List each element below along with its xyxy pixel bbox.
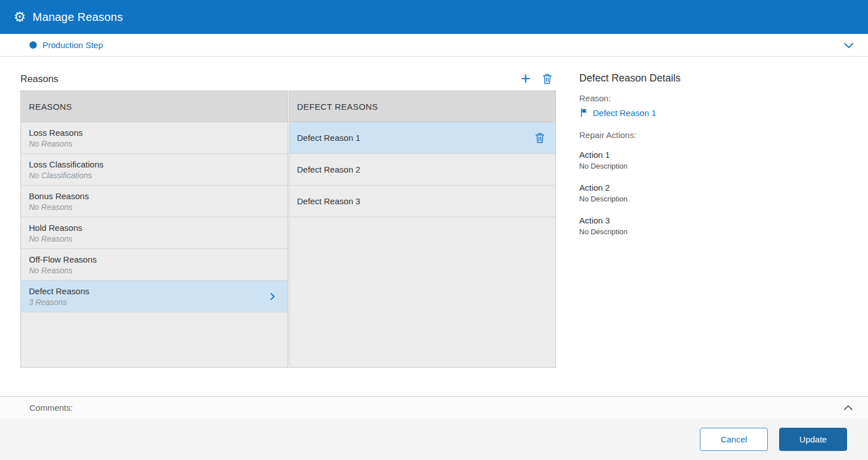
row-label: Bonus Reasons <box>29 191 280 201</box>
row-sublabel: No Reasons <box>29 234 280 243</box>
reason-category-row-bonus-reasons[interactable]: Bonus Reasons No Reasons <box>21 186 288 217</box>
action-description: No Description <box>579 227 845 236</box>
delete-reason-button[interactable] <box>542 73 553 85</box>
action-name: Action 1 <box>579 150 845 160</box>
gear-icon: ⚙ <box>14 10 26 24</box>
defect-reasons-column: DEFECT REASONS Defect Reason 1 Defect Re… <box>289 91 557 368</box>
reason-category-row-hold-reasons[interactable]: Hold Reasons No Reasons <box>21 217 288 249</box>
reason-field-label: Reason: <box>579 93 845 103</box>
column-filler <box>289 217 556 367</box>
selected-reason-label: Defect Reason 1 <box>593 108 656 118</box>
production-step[interactable]: Production Step <box>29 40 103 50</box>
selected-reason-link[interactable]: Defect Reason 1 <box>579 108 845 118</box>
column-filler <box>21 312 288 367</box>
row-label: Loss Reasons <box>29 128 280 137</box>
chevron-right-icon <box>267 291 277 302</box>
plus-icon: + <box>520 72 531 85</box>
main-content: Reasons + REASONS Loss Reasons No Reason… <box>0 57 868 396</box>
production-step-bar: Production Step <box>0 34 868 57</box>
app-header: ⚙ Manage Reasons <box>0 0 868 34</box>
defect-reason-row-3[interactable]: Defect Reason 3 <box>289 186 556 217</box>
row-label: Off-Flow Reasons <box>29 255 280 264</box>
row-label: Loss Classifications <box>29 160 280 169</box>
action-name: Action 2 <box>579 183 845 192</box>
action-name: Action 3 <box>579 216 845 225</box>
chevron-down-icon <box>842 38 856 52</box>
page-title: Manage Reasons <box>33 11 123 24</box>
cancel-button[interactable]: Cancel <box>700 428 768 451</box>
step-bullet-icon <box>29 41 37 49</box>
reasons-toolbar: Reasons + <box>20 72 556 85</box>
reason-category-row-defect-reasons[interactable]: Defect Reasons 3 Reasons <box>21 281 288 312</box>
row-sublabel: 3 Reasons <box>29 298 280 307</box>
defect-reason-details-panel: Defect Reason Details Reason: Defect Rea… <box>579 72 845 248</box>
update-button[interactable]: Update <box>779 428 847 451</box>
repair-action-2: Action 2 No Description <box>579 183 845 203</box>
row-label: Defect Reasons <box>29 286 280 296</box>
footer-action-bar: Cancel Update <box>0 419 868 460</box>
flag-icon <box>579 108 589 118</box>
action-description: No Description <box>579 162 845 170</box>
reason-category-row-loss-reasons[interactable]: Loss Reasons No Reasons <box>21 122 288 154</box>
comments-label: Comments: <box>29 403 73 412</box>
row-sublabel: No Classifications <box>29 171 280 180</box>
details-title: Defect Reason Details <box>579 72 845 84</box>
repair-action-3: Action 3 No Description <box>579 216 845 236</box>
repair-actions-label: Repair Actions: <box>579 130 845 140</box>
defect-reasons-column-header: DEFECT REASONS <box>289 91 556 122</box>
row-label: Defect Reason 2 <box>297 165 548 174</box>
row-sublabel: No Reasons <box>29 139 280 148</box>
trash-icon <box>535 132 545 144</box>
reasons-section-title: Reasons <box>20 74 58 85</box>
expand-step-button[interactable] <box>842 38 856 52</box>
defect-reason-row-2[interactable]: Defect Reason 2 <box>289 154 556 186</box>
repair-action-1: Action 1 No Description <box>579 150 845 170</box>
defect-reason-row-1[interactable]: Defect Reason 1 <box>289 122 556 154</box>
row-label: Defect Reason 1 <box>297 133 548 143</box>
row-label: Defect Reason 3 <box>297 196 548 206</box>
reasons-section: Reasons + REASONS Loss Reasons No Reason… <box>20 72 556 368</box>
row-label: Hold Reasons <box>29 223 280 233</box>
row-sublabel: No Reasons <box>29 203 280 212</box>
add-reason-button[interactable]: + <box>520 72 531 85</box>
reason-category-row-off-flow-reasons[interactable]: Off-Flow Reasons No Reasons <box>21 249 288 281</box>
reasons-column-header: REASONS <box>21 91 288 122</box>
action-description: No Description <box>579 195 845 203</box>
row-sublabel: No Reasons <box>29 266 280 275</box>
comments-bar: Comments: <box>0 396 868 419</box>
chevron-up-icon <box>842 402 854 414</box>
collapse-comments-button[interactable] <box>842 402 854 414</box>
production-step-label: Production Step <box>42 40 103 50</box>
reason-category-row-loss-classifications[interactable]: Loss Classifications No Classifications <box>21 154 288 186</box>
delete-defect-reason-button[interactable] <box>535 132 545 144</box>
trash-icon <box>542 73 553 85</box>
reason-categories-column: REASONS Loss Reasons No Reasons Loss Cla… <box>20 91 288 368</box>
reasons-table: REASONS Loss Reasons No Reasons Loss Cla… <box>20 91 556 368</box>
